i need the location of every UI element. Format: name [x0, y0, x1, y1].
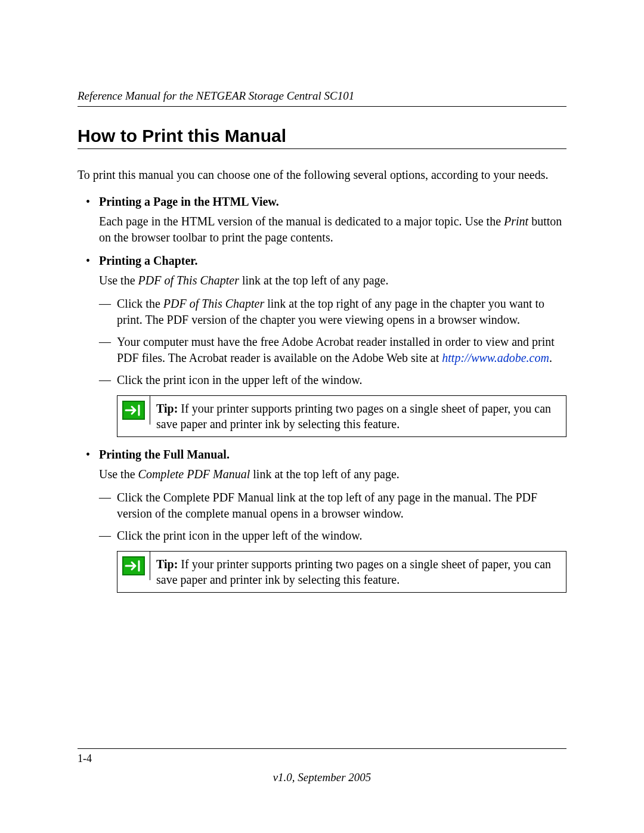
- list-item: Click the Complete PDF Manual link at th…: [99, 490, 566, 522]
- arrow-right-icon: [122, 556, 145, 575]
- section-title: How to Print this Manual: [78, 126, 566, 149]
- option-body: Use the PDF of This Chapter link at the …: [99, 272, 566, 289]
- document-page: Reference Manual for the NETGEAR Storage…: [0, 0, 644, 593]
- chapter-steps: Click the PDF of This Chapter link at th…: [99, 296, 566, 388]
- page-footer: 1-4 v1.0, September 2005: [78, 748, 566, 784]
- tip-box: Tip: If your printer supports printing t…: [117, 395, 566, 437]
- list-item: Click the print icon in the upper left o…: [99, 528, 566, 544]
- option-body: Use the Complete PDF Manual link at the …: [99, 466, 566, 482]
- option-heading: Printing a Chapter.: [99, 254, 197, 267]
- option-full-manual: Printing the Full Manual. Use the Comple…: [78, 447, 566, 593]
- tip-text: Tip: If your printer supports printing t…: [150, 396, 566, 436]
- running-header: Reference Manual for the NETGEAR Storage…: [78, 89, 566, 107]
- list-item: Click the print icon in the upper left o…: [99, 372, 566, 388]
- option-chapter: Printing a Chapter. Use the PDF of This …: [78, 253, 566, 437]
- version-line: v1.0, September 2005: [78, 771, 566, 784]
- tip-text: Tip: If your printer supports printing t…: [150, 552, 566, 592]
- option-body: Each page in the HTML version of the man…: [99, 213, 566, 246]
- page-number: 1-4: [78, 753, 566, 765]
- list-item: Click the PDF of This Chapter link at th…: [99, 296, 566, 328]
- tip-icon-cell: [117, 552, 150, 580]
- option-heading: Printing the Full Manual.: [99, 448, 230, 461]
- options-list: Printing a Page in the HTML View. Each p…: [78, 194, 566, 593]
- full-manual-steps: Click the Complete PDF Manual link at th…: [99, 490, 566, 544]
- option-html-view: Printing a Page in the HTML View. Each p…: [78, 194, 566, 246]
- tip-icon-cell: [117, 396, 150, 425]
- intro-paragraph: To print this manual you can choose one …: [78, 167, 566, 183]
- option-heading: Printing a Page in the HTML View.: [99, 195, 279, 208]
- adobe-link[interactable]: http://www.adobe.com: [442, 351, 549, 364]
- list-item: Your computer must have the free Adobe A…: [99, 334, 566, 366]
- arrow-right-icon: [122, 401, 145, 420]
- tip-box: Tip: If your printer supports printing t…: [117, 551, 566, 593]
